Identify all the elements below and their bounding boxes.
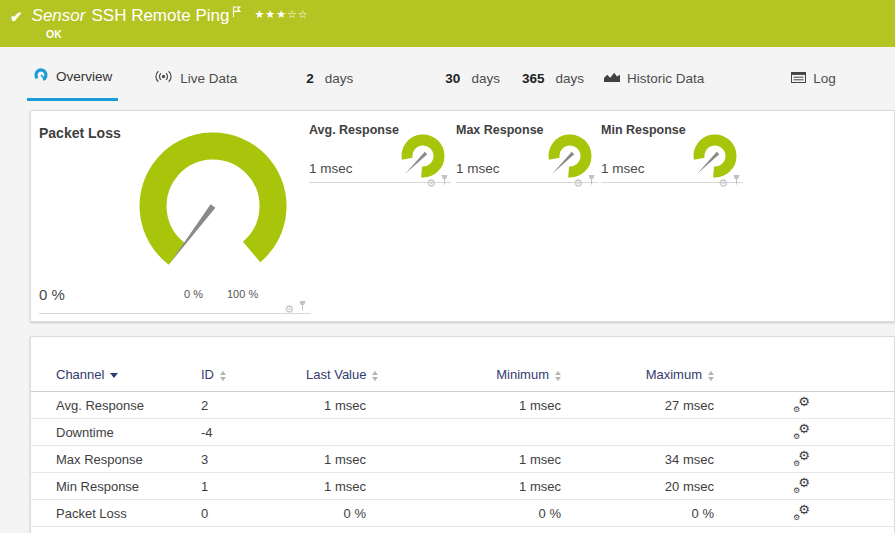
channel-maximum: 20 msec (561, 473, 714, 500)
channel-id: 1 (201, 473, 306, 500)
table-row: Min Response 1 1 msec 1 msec 20 msec ⚙⚙ (31, 473, 895, 500)
min-response-value: 1 msec (601, 161, 645, 176)
channel-minimum: 1 msec (366, 446, 561, 473)
tab-2-days-number: 2 (306, 71, 314, 86)
tab-overview[interactable]: Overview (27, 67, 118, 101)
sensor-tab-bar: Overview Live Data 2 days 30 days 365 da… (0, 47, 895, 101)
packet-loss-gauge (139, 121, 291, 293)
channel-id: 3 (201, 446, 306, 473)
gauge-icon (33, 67, 49, 86)
channel-settings-gears-icon[interactable]: ⚙⚙ (792, 505, 812, 521)
channel-last-value: 1 msec (306, 473, 366, 500)
tab-overview-label: Overview (56, 69, 112, 84)
channel-minimum (366, 419, 561, 446)
column-header-id[interactable]: ID (201, 361, 306, 392)
tab-log[interactable]: Log (785, 71, 842, 101)
channel-id: 2 (201, 392, 306, 419)
table-row: Downtime -4 ⚙⚙ (31, 419, 895, 446)
channel-name[interactable]: Avg. Response (31, 392, 201, 419)
channel-id: -4 (201, 419, 306, 446)
tab-365-days-number: 365 (522, 71, 545, 86)
pin-icon[interactable] (587, 171, 596, 189)
avg-response-title: Avg. Response (309, 123, 399, 137)
channel-last-value: 0 % (306, 500, 366, 527)
max-response-title: Max Response (456, 123, 544, 137)
gauge-settings-gear-icon[interactable]: ⚙ (426, 178, 436, 189)
live-data-icon (154, 70, 173, 86)
tab-2-days-unit: days (325, 71, 354, 86)
table-row: Avg. Response 2 1 msec 1 msec 27 msec ⚙⚙ (31, 392, 895, 419)
status-check-icon: ✔ (10, 8, 23, 26)
flag-icon[interactable] (232, 4, 242, 22)
column-header-channel[interactable]: Channel (31, 361, 201, 392)
sort-icon (372, 371, 378, 381)
tab-historic-data[interactable]: Historic Data (598, 71, 710, 101)
channel-id: 0 (201, 500, 306, 527)
gauge-settings-gear-icon[interactable]: ⚙ (284, 304, 294, 315)
channel-settings-gears-icon[interactable]: ⚙⚙ (792, 478, 812, 494)
status-badge: OK (46, 28, 62, 40)
channel-name[interactable]: Max Response (31, 446, 201, 473)
channel-settings-gears-icon[interactable]: ⚙⚙ (792, 451, 812, 467)
channel-settings-gears-icon[interactable]: ⚙⚙ (792, 397, 812, 413)
column-header-last-value[interactable]: Last Value (306, 361, 366, 392)
tab-live-data[interactable]: Live Data (148, 70, 243, 101)
channel-maximum: 0 % (561, 500, 714, 527)
pin-icon[interactable] (298, 297, 307, 315)
packet-loss-gauge-tile: Packet Loss 0 % 100 % 0 % ⚙ (39, 121, 311, 314)
sensor-kind-label: Sensor (32, 6, 86, 26)
sensor-status-bar: ✔ Sensor SSH Remote Ping ★★★☆☆ OK (0, 0, 895, 47)
priority-stars[interactable]: ★★★☆☆ (254, 8, 308, 21)
column-header-minimum[interactable]: Minimum (366, 361, 561, 392)
log-list-icon (791, 71, 806, 86)
tab-365-days[interactable]: 365 days (516, 71, 590, 101)
sort-icon (555, 371, 561, 381)
tab-2-days[interactable]: 2 days (300, 71, 359, 101)
channel-settings-gears-icon[interactable]: ⚙⚙ (792, 424, 812, 440)
channel-minimum: 0 % (366, 500, 561, 527)
packet-loss-scale-max: 100 % (227, 288, 258, 300)
channel-name[interactable]: Min Response (31, 473, 201, 500)
channel-maximum: 34 msec (561, 446, 714, 473)
sort-desc-icon (110, 373, 118, 378)
pin-icon[interactable] (732, 171, 741, 189)
tab-30-days-unit: days (471, 71, 500, 86)
tab-30-days[interactable]: 30 days (439, 71, 506, 101)
sort-icon (220, 371, 226, 381)
channel-minimum: 1 msec (366, 473, 561, 500)
packet-loss-scale-min: 0 % (184, 288, 203, 300)
channel-maximum (561, 419, 714, 446)
channel-last-value: 1 msec (306, 446, 366, 473)
area-chart-icon (604, 71, 620, 86)
tab-30-days-number: 30 (445, 71, 460, 86)
channel-minimum: 1 msec (366, 392, 561, 419)
gauge-settings-gear-icon[interactable]: ⚙ (573, 178, 583, 189)
channel-last-value (306, 419, 366, 446)
overview-gauges-panel: Packet Loss 0 % 100 % 0 % ⚙ Avg. Respons… (30, 110, 895, 322)
sort-icon (708, 371, 714, 381)
packet-loss-title: Packet Loss (39, 125, 121, 141)
table-header-row: Channel ID Last Value Minimum Maximum (31, 361, 895, 392)
channel-name[interactable]: Packet Loss (31, 500, 201, 527)
tab-live-data-label: Live Data (180, 71, 237, 86)
channels-table: Channel ID Last Value Minimum Maximum Av… (31, 361, 895, 527)
max-response-gauge-tile: Max Response 1 msec ⚙ (456, 121, 598, 183)
channels-table-panel: Channel ID Last Value Minimum Maximum Av… (30, 336, 895, 533)
channel-last-value: 1 msec (306, 392, 366, 419)
channel-maximum: 27 msec (561, 392, 714, 419)
table-row: Packet Loss 0 0 % 0 % 0 % ⚙⚙ (31, 500, 895, 527)
max-response-value: 1 msec (456, 161, 500, 176)
table-row: Max Response 3 1 msec 1 msec 34 msec ⚙⚙ (31, 446, 895, 473)
packet-loss-value: 0 % (39, 286, 65, 303)
min-response-title: Min Response (601, 123, 686, 137)
min-response-gauge-tile: Min Response 1 msec ⚙ (601, 121, 743, 183)
column-header-maximum[interactable]: Maximum (561, 361, 714, 392)
tab-365-days-unit: days (555, 71, 584, 86)
avg-response-gauge-tile: Avg. Response 1 msec ⚙ (309, 121, 451, 183)
tab-log-label: Log (813, 71, 836, 86)
sensor-title: SSH Remote Ping (91, 6, 229, 26)
channel-name[interactable]: Downtime (31, 419, 201, 446)
tab-historic-data-label: Historic Data (627, 71, 704, 86)
pin-icon[interactable] (440, 171, 449, 189)
gauge-settings-gear-icon[interactable]: ⚙ (718, 178, 728, 189)
